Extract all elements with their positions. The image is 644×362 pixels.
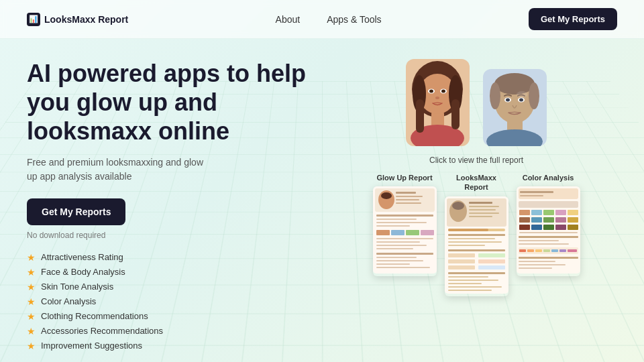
features-list: ★ Attractiveness Rating ★ Face & Body An… xyxy=(27,252,335,351)
star-icon-5: ★ xyxy=(27,311,36,322)
svg-point-24 xyxy=(519,99,523,102)
svg-rect-100 xyxy=(519,236,578,238)
svg-rect-62 xyxy=(448,234,505,236)
report-card-looksmaxx[interactable]: LooksMaxx Report xyxy=(445,173,508,296)
svg-rect-96 xyxy=(543,225,554,230)
report-thumbnail-color-analysis[interactable] xyxy=(517,186,580,276)
star-icon-3: ★ xyxy=(27,282,36,292)
svg-rect-82 xyxy=(520,195,543,196)
star-icon-2: ★ xyxy=(27,267,36,278)
svg-rect-75 xyxy=(448,280,498,281)
svg-rect-87 xyxy=(555,210,566,215)
svg-rect-77 xyxy=(448,286,502,288)
feature-skin-tone: ★ Skin Tone Analysis xyxy=(27,282,335,292)
svg-rect-78 xyxy=(448,290,492,291)
svg-rect-107 xyxy=(543,249,550,252)
feature-attractiveness: ★ Attractiveness Rating xyxy=(27,252,335,263)
feature-label-4: Color Analysis xyxy=(41,296,96,306)
svg-rect-106 xyxy=(535,249,542,252)
svg-rect-85 xyxy=(531,210,542,215)
svg-rect-65 xyxy=(448,245,485,246)
nav-apps-tools[interactable]: Apps & Tools xyxy=(327,14,381,25)
svg-rect-48 xyxy=(376,260,423,261)
feature-color: ★ Color Analysis xyxy=(27,296,335,307)
svg-rect-109 xyxy=(559,249,566,252)
svg-rect-7 xyxy=(416,99,424,133)
svg-rect-71 xyxy=(448,265,475,269)
report-card-glow-up[interactable]: Glow Up Report xyxy=(373,173,437,276)
svg-rect-57 xyxy=(469,209,496,210)
face-male-svg xyxy=(483,69,547,146)
svg-rect-43 xyxy=(376,241,420,243)
svg-rect-76 xyxy=(448,283,482,284)
nav-cta-button[interactable]: Get My Reports xyxy=(529,8,617,30)
svg-rect-37 xyxy=(376,225,410,227)
feature-label-5: Clothing Recommendations xyxy=(41,311,148,321)
feature-label-6: Accessories Recommendations xyxy=(41,326,163,336)
svg-rect-38 xyxy=(376,230,390,235)
svg-point-29 xyxy=(381,192,392,199)
report-card-label-color-analysis: Color Analysis xyxy=(523,173,574,182)
svg-rect-72 xyxy=(478,265,505,269)
svg-rect-42 xyxy=(376,238,433,239)
star-icon-1: ★ xyxy=(27,252,36,263)
hero-subtitle: Free and premium looksmaxxing and glow u… xyxy=(27,156,215,184)
svg-point-54 xyxy=(452,202,464,210)
svg-point-11 xyxy=(429,90,433,93)
svg-rect-83 xyxy=(519,201,578,208)
svg-rect-104 xyxy=(519,249,526,252)
report-thumbnail-glow-up[interactable] xyxy=(373,186,437,276)
right-panel: Click to view the full report Glow Up Re… xyxy=(335,59,617,351)
feature-improvement: ★ Improvement Suggestions xyxy=(27,341,335,351)
svg-rect-63 xyxy=(448,238,495,239)
svg-rect-59 xyxy=(469,216,492,217)
svg-rect-66 xyxy=(448,249,505,251)
svg-rect-34 xyxy=(376,215,433,217)
click-hint[interactable]: Click to view the full report xyxy=(429,156,523,165)
hero-title: AI powered apps to help you glow up and … xyxy=(27,59,335,146)
svg-rect-110 xyxy=(568,249,577,252)
feature-accessories: ★ Accessories Recommendations xyxy=(27,326,335,337)
svg-point-25 xyxy=(517,91,527,98)
svg-rect-114 xyxy=(519,267,552,269)
svg-rect-46 xyxy=(376,253,433,255)
svg-rect-32 xyxy=(396,199,419,200)
main-content: AI powered apps to help you glow up and … xyxy=(0,39,644,362)
star-icon-6: ★ xyxy=(27,326,36,337)
svg-rect-92 xyxy=(555,217,566,223)
svg-rect-89 xyxy=(519,217,530,223)
svg-rect-40 xyxy=(406,230,419,235)
svg-rect-111 xyxy=(519,257,578,259)
svg-rect-105 xyxy=(527,249,534,252)
svg-rect-39 xyxy=(391,230,405,235)
svg-rect-30 xyxy=(396,192,416,194)
svg-rect-33 xyxy=(396,202,421,204)
face-female[interactable] xyxy=(406,59,470,149)
nav-about[interactable]: About xyxy=(276,14,301,25)
report-cards: Glow Up Report xyxy=(373,173,580,296)
feature-label-3: Skin Tone Analysis xyxy=(41,282,113,292)
svg-point-23 xyxy=(506,99,510,102)
svg-rect-113 xyxy=(519,264,566,265)
report-thumbnail-looksmaxx[interactable] xyxy=(445,196,508,296)
svg-rect-45 xyxy=(376,248,413,249)
hero-cta-button[interactable]: Get My Reports xyxy=(27,198,125,225)
svg-rect-95 xyxy=(531,225,542,230)
nav-logo[interactable]: 📊 LooksMaxx Report xyxy=(27,13,128,26)
svg-rect-108 xyxy=(551,249,558,252)
svg-rect-98 xyxy=(568,225,578,230)
svg-rect-70 xyxy=(478,259,505,263)
svg-rect-80 xyxy=(519,188,578,199)
left-panel: AI powered apps to help you glow up and … xyxy=(27,59,335,351)
svg-rect-93 xyxy=(568,217,578,223)
svg-rect-50 xyxy=(376,267,430,268)
svg-rect-55 xyxy=(469,202,492,204)
report-card-color-analysis[interactable]: Color Analysis xyxy=(517,173,580,276)
feature-clothing: ★ Clothing Recommendations xyxy=(27,311,335,322)
feature-label-2: Face & Body Analysis xyxy=(41,267,125,277)
svg-rect-47 xyxy=(376,257,417,258)
star-icon-4: ★ xyxy=(27,296,36,307)
svg-rect-36 xyxy=(376,222,427,223)
face-images xyxy=(406,59,547,149)
face-male[interactable] xyxy=(483,69,547,149)
